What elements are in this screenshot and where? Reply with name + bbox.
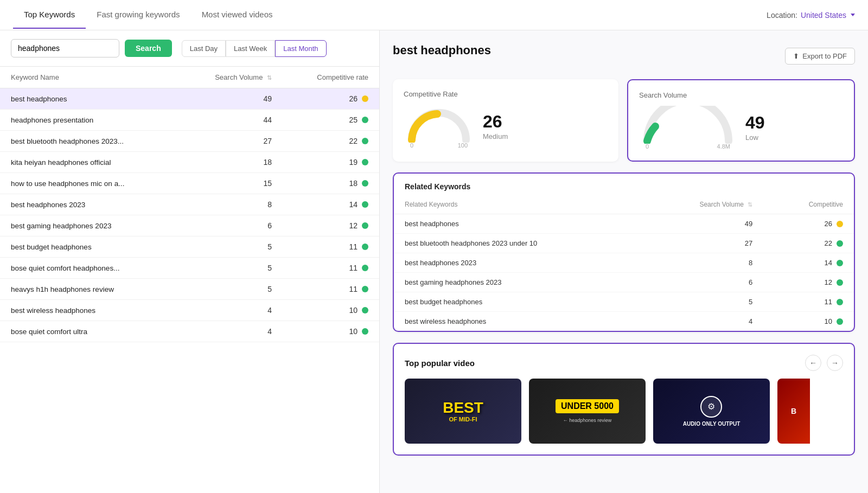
related-keyword-volume: 4 [643,312,763,331]
related-sort-icon: ⇅ [748,201,752,208]
related-keyword-volume: 5 [643,292,763,312]
comp-value-wrap: 26 Medium [483,113,508,140]
search-volume-gauge: 0 4.8M 49 Low [639,106,843,150]
keyword-name: kita heiyan headphones official [0,152,179,173]
search-bar: Search Last Day Last Week Last Month [0,30,379,67]
table-row[interactable]: heavys h1h headphones review 5 11 [0,279,379,300]
table-row[interactable]: best headphones 49 26 [0,88,379,110]
keyword-volume: 5 [179,236,283,258]
comp-dot [362,265,368,271]
table-row[interactable]: how to use headphones mic on a... 15 18 [0,173,379,194]
related-comp-dot [837,279,843,286]
time-btn-last-month[interactable]: Last Month [275,40,326,57]
table-row[interactable]: kita heiyan headphones official 18 19 [0,152,379,173]
time-btn-last-day[interactable]: Last Day [182,40,226,57]
related-table-row[interactable]: best bluetooth headphones 2023 under 10 … [394,234,854,253]
related-table-row[interactable]: best wireless headphones 4 10 [394,312,854,331]
video-thumb-4[interactable]: B [777,379,810,444]
keyword-volume: 6 [179,215,283,236]
export-icon: ⬆ [793,52,799,60]
col-keyword-name: Keyword Name [0,67,179,88]
related-keyword-name: best gaming headphones 2023 [394,273,643,292]
detail-title: best headphones [393,43,491,57]
comp-dot [362,307,368,313]
related-keyword-name: best budget headphones [394,292,643,312]
comp-dot [362,117,368,123]
left-panel: Search Last Day Last Week Last Month Key… [0,30,380,493]
comp-rate-label: Medium [483,132,508,140]
keyword-volume: 5 [179,258,283,279]
location-link[interactable]: United States [801,11,846,20]
col-comp-rate: Competitive rate [283,67,379,88]
video-thumb-2-inner: UNDER 5000 ← headphones review [529,379,646,444]
related-keyword-name: best headphones 2023 [394,253,643,273]
table-row[interactable]: bose quiet comfort headphones... 5 11 [0,258,379,279]
video-next-button[interactable]: → [827,355,843,371]
detail-header: best headphones ⬆ Export to PDF [393,43,855,68]
tab-top-keywords[interactable]: Top Keywords [13,1,86,29]
video-thumb-3[interactable]: ⚙ AUDIO ONLY OUTPUT [653,379,770,444]
related-table-row[interactable]: best headphones 2023 8 14 [394,253,854,273]
keyword-comp: 18 [283,173,379,194]
related-col-volume[interactable]: Search Volume ⇅ [643,195,763,214]
table-row[interactable]: best gaming headphones 2023 6 12 [0,215,379,236]
keyword-comp: 10 [283,300,379,321]
video-nav-arrows: ← → [805,355,843,371]
table-row[interactable]: best headphones 2023 8 14 [0,194,379,215]
related-table-row[interactable]: best budget headphones 5 11 [394,292,854,312]
comp-dot [362,328,368,335]
location-selector: Location: United States [767,11,855,20]
keyword-name: best budget headphones [0,236,179,258]
keyword-comp: 22 [283,131,379,152]
vol-gauge-min: 0 [646,143,649,150]
keyword-volume: 4 [179,300,283,321]
keywords-table-container: Keyword Name Search Volume ⇅ Competitive… [0,67,379,493]
video-prev-button[interactable]: ← [805,355,821,371]
table-row[interactable]: headphones presentation 44 25 [0,110,379,131]
tab-fast-growing[interactable]: Fast growing keywords [86,1,190,29]
main-content: Search Last Day Last Week Last Month Key… [0,30,868,493]
search-volume-label: Low [745,133,765,142]
table-row[interactable]: best wireless headphones 4 10 [0,300,379,321]
video-thumb-2[interactable]: UNDER 5000 ← headphones review [529,379,646,444]
keyword-name: bose quiet comfort ultra [0,321,179,342]
table-row[interactable]: bose quiet comfort ultra 4 10 [0,321,379,342]
video-thumb-3-inner: ⚙ AUDIO ONLY OUTPUT [653,379,770,444]
related-table-row[interactable]: best gaming headphones 2023 6 12 [394,273,854,292]
export-label: Export to PDF [802,52,847,60]
export-button[interactable]: ⬆ Export to PDF [785,48,855,65]
search-volume-value: 49 [745,114,765,131]
keywords-table: Keyword Name Search Volume ⇅ Competitive… [0,67,379,342]
keyword-name: headphones presentation [0,110,179,131]
related-keyword-volume: 27 [643,234,763,253]
col-search-volume[interactable]: Search Volume ⇅ [179,67,283,88]
competitive-rate-title: Competitive Rate [404,90,608,98]
related-keyword-volume: 49 [643,214,763,234]
keyword-name: best wireless headphones [0,300,179,321]
search-input[interactable] [11,39,119,57]
video-thumb-1[interactable]: BEST OF MID-FI [405,379,521,444]
keyword-comp: 26 [283,88,379,110]
table-row[interactable]: best bluetooth headphones 2023... 27 22 [0,131,379,152]
time-btn-last-week[interactable]: Last Week [226,40,275,57]
competitive-rate-svg [404,105,474,143]
tab-most-viewed[interactable]: Most viewed videos [191,1,284,29]
related-keyword-volume: 8 [643,253,763,273]
keyword-volume: 15 [179,173,283,194]
related-table-row[interactable]: best headphones 49 26 [394,214,854,234]
keyword-comp: 10 [283,321,379,342]
keyword-volume: 49 [179,88,283,110]
keyword-name: best headphones 2023 [0,194,179,215]
search-volume-card: Search Volume 0 4.8M [627,79,855,162]
related-table-header: Related Keywords Search Volume ⇅ Competi… [394,195,854,214]
video-section-header: Top popular video ← → [405,355,843,371]
comp-dot [362,180,368,187]
related-keyword-volume: 6 [643,273,763,292]
keyword-name: heavys h1h headphones review [0,279,179,300]
keyword-volume: 4 [179,321,283,342]
related-keywords-table: Related Keywords Search Volume ⇅ Competi… [394,195,854,331]
table-row[interactable]: best budget headphones 5 11 [0,236,379,258]
search-button[interactable]: Search [125,40,172,57]
keyword-volume: 27 [179,131,283,152]
comp-dot [362,244,368,250]
